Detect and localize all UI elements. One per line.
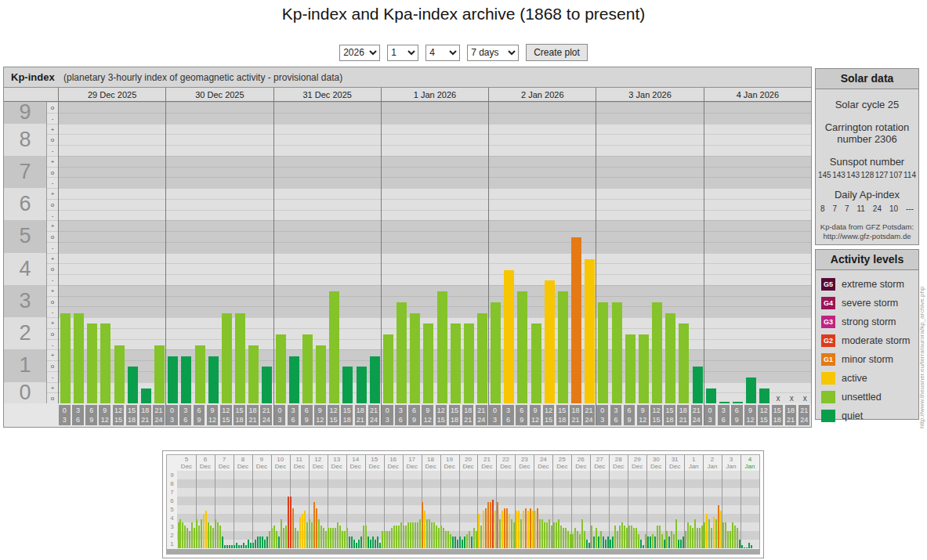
overview-kp-bar (687, 522, 689, 548)
kp-grid-band (59, 285, 811, 296)
overview-kp-bar (342, 531, 343, 548)
kp-bar (571, 237, 581, 403)
overview-kp-bar (541, 519, 543, 548)
activity-level-row: G4severe storm (816, 294, 918, 313)
kp-bar (370, 356, 380, 404)
date-header-day: 3 Jan 2026 (596, 88, 703, 102)
kp-axis-subtick: o (47, 199, 58, 210)
activity-levels-header: Activity levels (816, 250, 918, 270)
activity-level-row: active (816, 369, 918, 388)
day-divider (165, 88, 166, 425)
overview-kp-bar (490, 502, 491, 548)
overview-kp-bar (285, 526, 287, 548)
overview-kp-bar (746, 547, 748, 548)
day-divider (273, 88, 274, 425)
ap-index-value: 7 (833, 204, 838, 213)
overview-kp-bar (628, 526, 630, 548)
overview-kp-bar (452, 537, 454, 548)
overview-kp-bar (262, 537, 263, 548)
kp-bar (289, 356, 299, 404)
overview-kp-bar (178, 522, 179, 548)
overview-kp-bar (196, 519, 197, 548)
overview-kp-bar (534, 511, 536, 548)
overview-kp-bar (671, 531, 672, 548)
overview-kp-bar (356, 543, 357, 548)
hour-interval-label: 1821 (462, 405, 474, 425)
overview-kp-bar (480, 526, 482, 548)
kp-bar (545, 280, 555, 403)
year-select[interactable]: 2026 (339, 45, 380, 61)
overview-kp-bar (243, 543, 244, 548)
date-header-day: 29 Dec 2025 (58, 88, 165, 102)
kp-bar (451, 323, 461, 403)
overview-kp-bar (454, 537, 456, 548)
overview-kp-bar (741, 545, 743, 548)
kp-axis-subtick: + (47, 188, 58, 199)
kp-bar (208, 356, 219, 404)
kp-grid-band (59, 210, 811, 221)
overview-kp-bar (412, 522, 414, 548)
activity-level-row: G3strong storm (816, 313, 918, 331)
kp-bar (128, 367, 138, 403)
day-select[interactable]: 4 (425, 45, 460, 61)
overview-kp-bar (523, 511, 524, 548)
overview-kp-bar (410, 522, 411, 548)
overview-kp-bar (471, 537, 473, 548)
overview-y-label: 7 (167, 488, 177, 497)
kp-grid-band (59, 188, 811, 199)
create-plot-button[interactable]: Create plot (526, 44, 588, 61)
overview-kp-bar (631, 526, 632, 548)
hour-interval-label: 1821 (570, 405, 581, 425)
kp-axis-number: 2 (4, 317, 46, 349)
hour-interval-label: 1518 (664, 405, 675, 425)
sunspot-value: 145 (818, 171, 831, 179)
kp-grid-band (59, 156, 811, 167)
overview-kp-bar (511, 519, 512, 548)
overview-kp-bar (191, 522, 193, 548)
overview-kp-bar (647, 537, 649, 548)
kp-axis-subtick: - (47, 210, 58, 221)
overview-grid-stripe (177, 497, 759, 505)
overview-kp-bar (504, 508, 505, 548)
overview-kp-bar (581, 519, 583, 548)
activity-level-row: G1minor storm (816, 350, 918, 369)
overview-date-label: 31Dec (665, 456, 684, 471)
overview-kp-bar (633, 528, 635, 548)
hour-interval-label: 2124 (691, 405, 703, 425)
overview-kp-bar (556, 522, 557, 548)
hour-interval-label: 1821 (139, 405, 151, 425)
kp-grid-band (59, 145, 811, 156)
kp-bar (598, 302, 608, 403)
kp-bar (558, 291, 568, 403)
overview-kp-bar (487, 502, 489, 548)
overview-kp-bar (579, 534, 581, 548)
overview-kp-bar (368, 537, 369, 548)
overview-kp-bar (584, 531, 585, 548)
overview-kp-bar (708, 519, 710, 548)
hour-interval-label: 1215 (650, 405, 662, 425)
overview-kp-bar (499, 519, 501, 548)
overview-kp-bar (537, 508, 538, 548)
hour-interval-label: 1821 (785, 405, 797, 425)
day-divider (488, 88, 489, 425)
overview-kp-bar (330, 528, 331, 548)
hour-interval-label: 69 (194, 405, 205, 425)
sunspot-value: 114 (903, 171, 916, 179)
kp-panel-title: Kp-index (11, 71, 55, 83)
g1-badge: G1 (821, 353, 835, 366)
activity-level-label: strong storm (842, 316, 896, 327)
hour-interval-label: 69 (731, 405, 743, 425)
kp-grid-band (59, 220, 811, 231)
overview-kp-bar (666, 531, 668, 548)
kp-grid-band (59, 231, 811, 242)
overview-kp-bar (675, 519, 677, 548)
ap-index-value: 7 (845, 204, 849, 213)
month-select[interactable]: 1 (387, 45, 418, 61)
overview-kp-bar (443, 528, 444, 548)
kp-axis-subtick: o (47, 167, 58, 178)
range-select[interactable]: 7 days (467, 45, 519, 61)
hour-interval-label: 36 (502, 405, 514, 425)
kp-axis-subtick: - (47, 274, 58, 285)
kp-bar (504, 270, 514, 404)
overview-kp-bar (706, 514, 708, 548)
